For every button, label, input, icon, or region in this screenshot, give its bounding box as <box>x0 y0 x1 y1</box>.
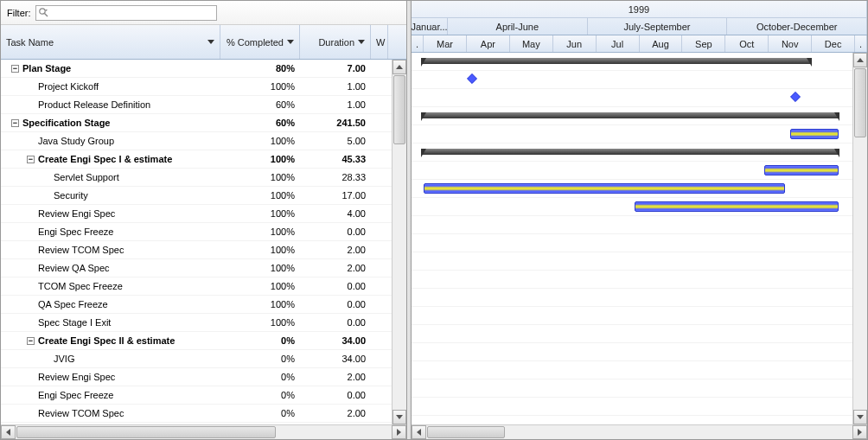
task-name-cell[interactable]: Java Study Group <box>1 136 220 146</box>
duration-cell[interactable]: 2.00 <box>300 245 371 255</box>
task-name-cell[interactable]: Review Engi Spec <box>1 372 220 382</box>
task-name-cell[interactable]: Project Kickoff <box>1 81 220 92</box>
timescale-month[interactable]: Apr <box>467 35 510 52</box>
scroll-down-button[interactable] <box>853 410 867 424</box>
summary-bar[interactable] <box>422 58 811 64</box>
col-header-task-name[interactable]: Task Name <box>1 25 220 59</box>
gantt-row[interactable] <box>412 289 867 307</box>
gantt-hscroll[interactable] <box>412 424 867 439</box>
scroll-right-button[interactable] <box>392 425 406 439</box>
task-name-cell[interactable]: −Create Engi Spec I & estimate <box>1 154 220 164</box>
duration-cell[interactable]: 4.00 <box>300 208 371 219</box>
completed-cell[interactable]: 100% <box>220 317 300 328</box>
completed-cell[interactable]: 100% <box>220 190 300 201</box>
task-name-cell[interactable]: Security <box>1 190 220 201</box>
timescale-month[interactable]: Aug <box>640 35 683 52</box>
completed-cell[interactable]: 0% <box>220 408 300 418</box>
table-row[interactable]: Review Engi Spec0%2.00 <box>1 368 406 386</box>
table-row[interactable]: Security100%17.00 <box>1 187 406 205</box>
duration-cell[interactable]: 0.00 <box>300 226 371 237</box>
col-header-duration[interactable]: Duration <box>300 25 371 59</box>
milestone-marker[interactable] <box>790 92 801 102</box>
duration-cell[interactable]: 7.00 <box>300 63 371 73</box>
task-name-cell[interactable]: Engi Spec Freeze <box>1 226 220 237</box>
table-row[interactable]: Review QA Spec100%2.00 <box>1 259 406 277</box>
duration-cell[interactable]: 0.00 <box>300 390 371 400</box>
table-row[interactable]: −Create Engi Spec II & estimate0%34.00 <box>1 332 406 350</box>
scroll-thumb[interactable] <box>854 68 866 137</box>
task-name-cell[interactable]: Engi Spec Freeze <box>1 390 220 400</box>
timescale-month[interactable]: Dec <box>812 35 855 52</box>
table-row[interactable]: Review TCOM Spec0%2.00 <box>1 405 406 423</box>
grid-vscroll[interactable] <box>392 60 406 424</box>
completed-cell[interactable]: 100% <box>220 136 300 146</box>
completed-cell[interactable]: 60% <box>220 118 300 128</box>
duration-cell[interactable]: 34.00 <box>300 354 371 364</box>
completed-cell[interactable]: 100% <box>220 208 300 219</box>
task-name-cell[interactable]: JVIG <box>1 354 220 364</box>
duration-cell[interactable]: 2.00 <box>300 372 371 382</box>
scroll-down-button[interactable] <box>393 410 406 424</box>
summary-bar[interactable] <box>422 112 839 118</box>
table-row[interactable]: Review Engi Spec100%4.00 <box>1 205 406 223</box>
scroll-right-button[interactable] <box>852 425 867 439</box>
hscroll-thumb[interactable] <box>427 426 505 438</box>
timescale-month[interactable]: Jun <box>553 35 597 52</box>
gantt-row[interactable] <box>412 271 867 289</box>
table-row[interactable]: Engi Spec Freeze100%0.00 <box>1 223 406 241</box>
completed-cell[interactable]: 60% <box>220 99 300 110</box>
hscroll-thumb[interactable] <box>16 426 276 438</box>
table-row[interactable]: Project Kickoff100%1.00 <box>1 78 406 96</box>
table-row[interactable]: Spec Stage I Exit100%0.00 <box>1 314 406 332</box>
timescale-quarter-jan[interactable]: Januar... <box>412 18 448 35</box>
col-header-w[interactable]: W <box>371 25 388 59</box>
gantt-row[interactable] <box>412 71 867 89</box>
expander-icon[interactable]: − <box>27 337 35 345</box>
timescale-month[interactable]: Jul <box>597 35 640 52</box>
completed-cell[interactable]: 100% <box>220 172 300 182</box>
task-name-cell[interactable]: Review TCOM Spec <box>1 408 220 418</box>
completed-cell[interactable]: 100% <box>220 154 300 164</box>
gantt-row[interactable] <box>412 180 867 198</box>
expander-icon[interactable]: − <box>11 65 19 73</box>
scroll-up-button[interactable] <box>393 60 406 74</box>
gantt-row[interactable] <box>412 234 867 252</box>
completed-cell[interactable]: 0% <box>220 390 300 400</box>
task-name-cell[interactable]: Review QA Spec <box>1 263 220 273</box>
task-bar[interactable] <box>790 129 839 139</box>
scroll-left-button[interactable] <box>1 425 16 439</box>
gantt-row[interactable] <box>412 89 867 107</box>
duration-cell[interactable]: 0.00 <box>300 299 371 309</box>
table-row[interactable]: −Create Engi Spec I & estimate100%45.33 <box>1 150 406 169</box>
completed-cell[interactable]: 0% <box>220 372 300 382</box>
table-row[interactable]: −Specification Stage60%241.50 <box>1 114 406 132</box>
duration-cell[interactable]: 0.00 <box>300 317 371 328</box>
task-name-cell[interactable]: Product Release Definition <box>1 99 220 110</box>
gantt-row[interactable] <box>412 216 867 234</box>
timescale-month[interactable]: Sep <box>682 35 725 52</box>
completed-cell[interactable]: 100% <box>220 245 300 255</box>
gantt-row[interactable] <box>412 53 867 71</box>
duration-cell[interactable]: 2.00 <box>300 263 371 273</box>
completed-cell[interactable]: 100% <box>220 299 300 309</box>
timescale-month[interactable]: Oct <box>725 35 769 52</box>
table-row[interactable]: Review TCOM Spec100%2.00 <box>1 241 406 259</box>
timescale-quarter[interactable]: July-September <box>588 18 728 35</box>
timescale-month[interactable]: Nov <box>769 35 812 52</box>
col-header-completed[interactable]: % Completed <box>220 25 300 59</box>
duration-cell[interactable]: 241.50 <box>300 118 371 128</box>
duration-cell[interactable]: 1.00 <box>300 99 371 110</box>
timescale-quarter[interactable]: October-December <box>727 18 867 35</box>
timescale-year[interactable]: 1999 <box>412 1 867 17</box>
completed-cell[interactable]: 80% <box>220 63 300 73</box>
gantt-row[interactable] <box>412 107 867 125</box>
duration-cell[interactable]: 28.33 <box>300 172 371 182</box>
gantt-row[interactable] <box>412 125 867 143</box>
task-name-cell[interactable]: Review TCOM Spec <box>1 245 220 255</box>
gantt-row[interactable] <box>412 162 867 180</box>
gantt-row[interactable] <box>412 198 867 216</box>
gantt-row[interactable] <box>412 398 867 416</box>
duration-cell[interactable]: 0.00 <box>300 281 371 291</box>
filter-input[interactable] <box>35 5 217 21</box>
completed-cell[interactable]: 100% <box>220 263 300 273</box>
